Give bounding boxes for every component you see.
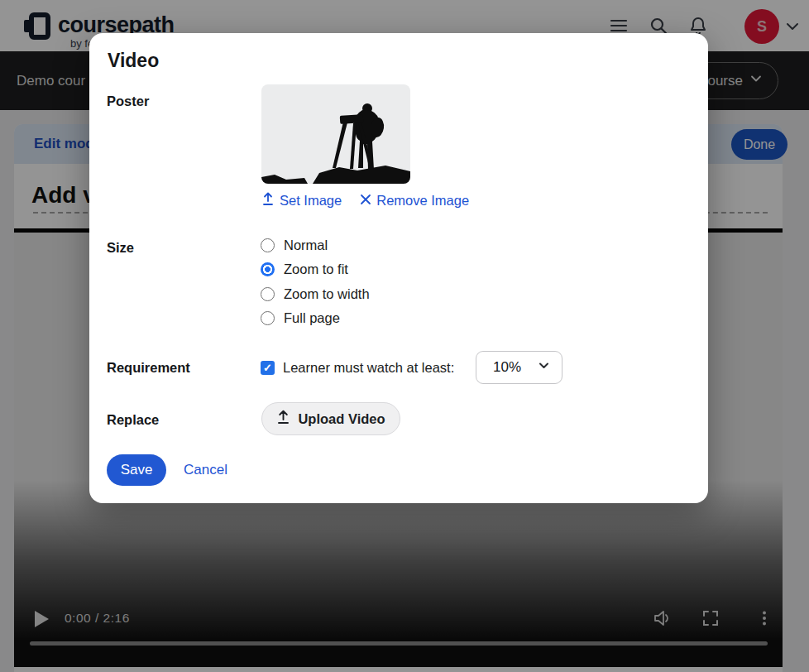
size-label: Size bbox=[107, 240, 134, 256]
video-settings-modal: Video Poster bbox=[89, 33, 708, 503]
requirement-checkbox-label: Learner must watch at least: bbox=[283, 360, 454, 376]
remove-image-label: Remove Image bbox=[376, 193, 469, 209]
upload-icon bbox=[276, 410, 290, 428]
replace-label: Replace bbox=[107, 412, 159, 428]
set-image-label: Set Image bbox=[280, 193, 342, 209]
size-option-full-page[interactable]: Full page bbox=[261, 310, 340, 326]
remove-image-link[interactable]: Remove Image bbox=[360, 192, 469, 209]
poster-image bbox=[261, 84, 410, 184]
close-icon bbox=[360, 193, 371, 209]
checkbox-checked-icon[interactable]: ✓ bbox=[261, 361, 275, 375]
size-option-label: Normal bbox=[284, 238, 328, 253]
radio-checked-icon[interactable] bbox=[261, 262, 275, 276]
select-chevron-down-icon bbox=[538, 359, 550, 376]
save-button[interactable]: Save bbox=[107, 454, 166, 486]
requirement-row: ✓ Learner must watch at least: bbox=[261, 360, 454, 375]
size-option-label: Full page bbox=[284, 310, 340, 326]
radio-icon[interactable] bbox=[261, 238, 275, 252]
size-option-label: Zoom to fit bbox=[284, 262, 348, 277]
select-value: 10% bbox=[493, 359, 521, 376]
size-option-zoom-to-width[interactable]: Zoom to width bbox=[261, 286, 370, 302]
radio-icon[interactable] bbox=[261, 311, 275, 325]
cancel-button[interactable]: Cancel bbox=[184, 462, 227, 478]
requirement-label: Requirement bbox=[107, 360, 190, 376]
modal-title: Video bbox=[108, 50, 159, 72]
size-option-normal[interactable]: Normal bbox=[261, 237, 328, 253]
app-screen: coursepath by fello S Demo cour Course bbox=[0, 0, 809, 672]
size-option-label: Zoom to width bbox=[284, 286, 370, 302]
radio-icon[interactable] bbox=[261, 287, 275, 301]
poster-label: Poster bbox=[107, 94, 149, 109]
size-option-zoom-to-fit[interactable]: Zoom to fit bbox=[261, 261, 348, 277]
upload-video-button[interactable]: Upload Video bbox=[261, 402, 400, 435]
upload-icon bbox=[261, 192, 275, 209]
upload-video-label: Upload Video bbox=[298, 411, 385, 427]
watch-percentage-select[interactable]: 10% bbox=[476, 351, 562, 384]
set-image-link[interactable]: Set Image bbox=[261, 192, 342, 209]
